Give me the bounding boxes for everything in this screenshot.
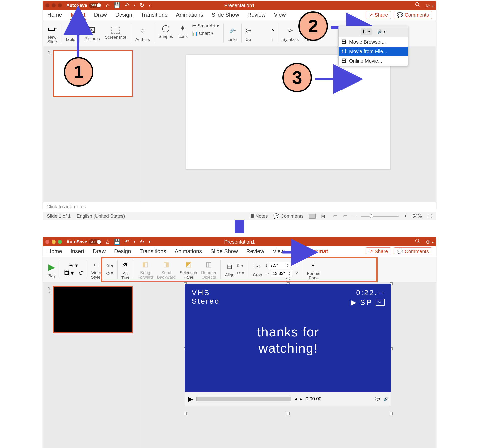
home-icon[interactable]: ⌂ — [106, 2, 109, 9]
status-comments-button[interactable]: 💬 Comments — [273, 213, 304, 219]
resize-handle[interactable] — [287, 412, 290, 415]
autosave-toggle[interactable]: AutoSave OFF — [66, 239, 101, 245]
share-button[interactable]: ↗ Share — [366, 11, 391, 19]
qat-dropdown-icon[interactable]: ▾ — [149, 3, 150, 7]
tab-design[interactable]: Design — [114, 247, 131, 257]
height-input[interactable]: 7.5"▲▼ — [269, 262, 290, 269]
button-align[interactable]: ⊟Align — [225, 262, 235, 277]
tab-draw[interactable]: Draw — [94, 10, 107, 20]
aspect-confirm-icon[interactable]: ✓ — [295, 271, 299, 275]
button-screenshot[interactable]: Screenshot — [105, 27, 126, 40]
tab-slideshow[interactable]: Slide Show — [211, 10, 240, 20]
notes-pane[interactable]: Click to add notes — [43, 202, 436, 212]
tab-draw[interactable]: Draw — [92, 247, 106, 257]
video-border-icon[interactable]: ◇ ▾ — [106, 270, 113, 276]
search-icon[interactable] — [415, 238, 420, 245]
zoom-out-icon[interactable]: − — [353, 213, 356, 219]
zoom-in-icon[interactable]: + — [404, 213, 407, 219]
tab-insert[interactable]: Insert — [70, 247, 85, 257]
button-smartart[interactable]: ▭ SmartArt ▾ — [192, 23, 219, 29]
step-forward-icon[interactable]: ▸ — [300, 397, 302, 401]
aspect-unlock-icon[interactable]: ⌐ — [295, 264, 299, 268]
tab-review[interactable]: Review — [246, 247, 265, 257]
captions-icon[interactable]: 💬 — [375, 397, 380, 401]
volume-icon[interactable]: 🔊 — [383, 397, 388, 401]
button-text[interactable]: A t — [269, 22, 277, 45]
video-submenu-icon[interactable]: 🎞 ▾ — [361, 28, 372, 35]
group-corrections[interactable]: ☀ ▾ 🖼 ▾ ↺ — [61, 258, 85, 281]
zoom-value[interactable]: 54% — [412, 213, 422, 219]
button-links[interactable]: 🔗▾ Links — [225, 22, 240, 45]
tab-transitions[interactable]: Transitions — [139, 247, 167, 257]
button-send-backward[interactable]: ◨Send Backward — [157, 260, 176, 280]
button-play[interactable]: ▶ Play — [45, 258, 58, 281]
traffic-lights[interactable] — [45, 3, 62, 7]
status-language[interactable]: English (United States) — [77, 213, 125, 219]
tab-design[interactable]: Design — [115, 10, 133, 20]
button-symbols[interactable]: Ω▾ Symbols — [280, 22, 301, 45]
view-normal-icon[interactable] — [309, 214, 316, 219]
autosave-toggle[interactable]: AutoSave OFF — [66, 3, 101, 8]
video-object[interactable]: VHS Stereo 0:22.-- ▶SP∞ thanks forwatchi… — [185, 284, 391, 414]
resize-handle[interactable] — [390, 412, 393, 415]
button-selection-pane[interactable]: ◩Selection Pane — [180, 260, 197, 280]
step-back-icon[interactable]: ◂ — [295, 397, 297, 401]
button-alt-text[interactable]: 🖼 Alt Text — [119, 258, 132, 281]
redo-icon[interactable]: ↻ — [140, 2, 144, 9]
traffic-lights[interactable] — [45, 240, 62, 244]
menu-movie-browser[interactable]: 🎞Movie Browser... — [339, 37, 408, 47]
button-video-styles[interactable]: ▭Video Styles — [91, 260, 103, 280]
button-crop[interactable]: ✂Crop — [252, 262, 262, 277]
share-button[interactable]: ↗ Share — [366, 247, 391, 255]
button-pictures[interactable]: 🖼Pictures — [85, 25, 100, 41]
button-chart[interactable]: 📊 Chart ▾ — [192, 31, 219, 36]
progress-bar[interactable] — [196, 397, 291, 401]
audio-submenu-icon[interactable]: 🔊 ▾ — [377, 29, 385, 34]
tab-view[interactable]: View — [273, 10, 286, 20]
tab-slideshow[interactable]: Slide Show — [210, 247, 238, 257]
save-icon[interactable]: 💾 — [114, 239, 120, 245]
resize-handle[interactable] — [184, 412, 187, 415]
button-icons[interactable]: ✦Icons — [177, 23, 188, 39]
undo-icon[interactable]: ↶ — [125, 239, 129, 245]
zoom-slider[interactable] — [361, 216, 399, 217]
button-addins[interactable]: ⬡ Add-ins — [133, 22, 152, 45]
tab-animations[interactable]: Animations — [174, 247, 202, 257]
tab-transitions[interactable]: Transitions — [140, 10, 168, 20]
video-shape-icon[interactable]: ✎ ▾ — [106, 263, 113, 269]
button-format-pane[interactable]: 🖌 Format Pane — [304, 258, 323, 281]
group-objects-icon[interactable]: ⧉ ▾ — [237, 263, 244, 269]
tab-home[interactable]: Home — [47, 247, 63, 257]
width-input[interactable]: 13.33"▲▼ — [271, 270, 292, 277]
comments-button[interactable]: 💬 Comments — [394, 11, 432, 19]
account-icon[interactable]: ☺ ▾ — [425, 239, 434, 245]
rotate-icon[interactable]: ⟳ ▾ — [237, 270, 244, 276]
view-sorter-icon[interactable]: ⊞ — [321, 214, 328, 219]
group-new-slide[interactable]: ▭▾ New Slide — [45, 22, 59, 45]
menu-movie-from-file[interactable]: 🎞Movie from File... — [339, 47, 408, 56]
redo-icon[interactable]: ↻ — [140, 239, 144, 245]
undo-icon[interactable]: ↶ — [125, 2, 129, 9]
account-icon[interactable]: ☺ ▾ — [425, 2, 434, 9]
status-notes-button[interactable]: ≣ Notes — [250, 213, 268, 219]
button-shapes[interactable]: ◯Shapes — [159, 23, 173, 39]
qat-dropdown-icon[interactable]: ▾ — [149, 240, 150, 244]
view-slideshow-icon[interactable]: ▭ — [343, 213, 348, 219]
button-reorder-objects[interactable]: ◫Reorder Objects — [201, 260, 216, 280]
slide-thumbnail-1[interactable] — [53, 286, 133, 333]
tabs-overflow-icon[interactable]: » — [336, 250, 338, 257]
rotate-handle[interactable] — [286, 277, 290, 280]
button-comment[interactable]: 💬 Co — [243, 22, 254, 45]
tab-home[interactable]: Home — [47, 10, 63, 20]
fit-to-window-icon[interactable]: ⛶ — [427, 213, 432, 219]
button-bring-forward[interactable]: ◧Bring Forward — [137, 260, 153, 280]
save-icon[interactable]: 💾 — [114, 2, 120, 9]
thumbnail-pane[interactable]: 1 * — [43, 282, 140, 448]
play-icon[interactable]: ▶ — [188, 395, 193, 403]
tab-animations[interactable]: Animations — [175, 10, 204, 20]
home-icon[interactable]: ⌂ — [106, 239, 109, 245]
tab-review[interactable]: Review — [247, 10, 266, 20]
comments-button[interactable]: 💬 Comments — [394, 247, 432, 255]
menu-online-movie[interactable]: 🎞Online Movie... — [339, 56, 408, 66]
view-reading-icon[interactable]: ▭ — [333, 213, 338, 219]
